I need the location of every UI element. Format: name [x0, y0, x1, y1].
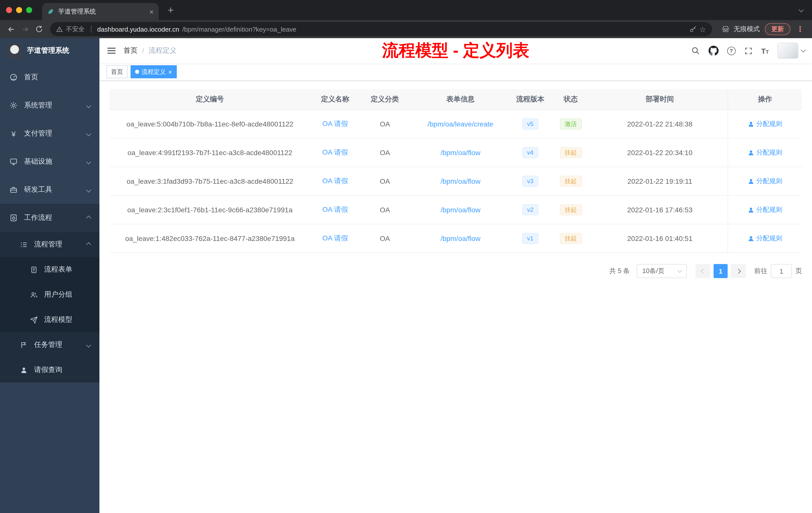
sidebar-item-leave-query[interactable]: 请假查询: [0, 357, 99, 383]
definition-id-cell: oa_leave:2:3c1f0ef1-76b1-11ec-9c66-a2380…: [110, 196, 310, 224]
security-label[interactable]: 不安全: [66, 25, 85, 33]
sidebar-item-system[interactable]: 系统管理: [0, 91, 99, 119]
chevron-down-icon: [86, 131, 91, 136]
goto-page-input[interactable]: [771, 264, 792, 278]
tab-close-icon[interactable]: ×: [149, 8, 154, 15]
definition-name-link[interactable]: OA 请假: [322, 234, 348, 243]
user-avatar-menu[interactable]: [777, 43, 805, 59]
assign-rule-link[interactable]: 分配规则: [748, 234, 782, 243]
bookmark-star-icon[interactable]: ☆: [699, 25, 706, 33]
goto-page-group: 前往 页: [754, 264, 802, 278]
column-header: 定义编号: [110, 89, 310, 110]
tab-title: 芋道管理系统: [58, 7, 145, 16]
column-header: 部署时间: [592, 89, 728, 110]
window-close-button[interactable]: [6, 7, 12, 13]
sidebar-item-workflow[interactable]: 工作流程: [0, 204, 99, 232]
new-tab-button[interactable]: +: [164, 3, 178, 17]
paper-plane-icon: [29, 316, 38, 324]
prev-page-button[interactable]: [696, 264, 710, 278]
pagination: 共 5 条 10条/页 1 前往 页: [110, 264, 802, 278]
table-header-row: 定义编号 定义名称 定义分类 表单信息 流程版本 状态 部署时间 操作: [110, 89, 802, 110]
users-icon: [29, 291, 38, 298]
address-bar[interactable]: 不安全 dashboard.yudao.iocoder.cn/bpm/manag…: [50, 22, 712, 36]
category-cell: OA: [360, 167, 410, 195]
sidebar-item-label: 工作流程: [24, 213, 52, 222]
definition-name-link[interactable]: OA 请假: [322, 148, 348, 157]
form-link[interactable]: /bpm/oa/flow: [441, 149, 481, 157]
forward-button[interactable]: [18, 22, 32, 36]
update-button[interactable]: 更新: [765, 23, 790, 35]
form-link[interactable]: /bpm/oa/flow: [441, 177, 481, 185]
monitor-icon: [9, 158, 18, 165]
definition-name-link[interactable]: OA 请假: [322, 177, 348, 186]
column-header: 定义名称: [310, 89, 360, 110]
page-size-select[interactable]: 10条/页: [637, 264, 687, 278]
sidebar-item-infra[interactable]: 基础设施: [0, 148, 99, 176]
font-size-icon[interactable]: TT: [761, 47, 769, 55]
assign-rule-link[interactable]: 分配规则: [748, 119, 782, 128]
window-minimize-button[interactable]: [16, 7, 22, 13]
breadcrumb-home-link[interactable]: 首页: [123, 46, 138, 55]
next-page-button[interactable]: [731, 264, 746, 278]
sidebar-item-label: 首页: [24, 73, 38, 82]
back-button[interactable]: [4, 22, 18, 36]
browser-tab-strip: 芋道管理系统 × +: [0, 0, 812, 20]
sidebar-item-process-model[interactable]: 流程模型: [0, 307, 99, 332]
app-logo: [7, 43, 22, 58]
assign-rule-link[interactable]: 分配规则: [748, 177, 782, 186]
fullscreen-icon[interactable]: [744, 47, 753, 55]
deploy-time-cell: 2022-01-16 01:40:51: [592, 224, 728, 252]
sidebar-item-task-management[interactable]: 任务管理: [0, 332, 99, 357]
github-icon[interactable]: [708, 46, 718, 56]
browser-toolbar: 不安全 dashboard.yudao.iocoder.cn/bpm/manag…: [0, 20, 812, 38]
search-icon[interactable]: [691, 46, 700, 55]
definition-id-cell: oa_leave:1:482ec033-762a-11ec-8477-a2380…: [110, 224, 310, 252]
tag-process-definition[interactable]: 流程定义 ×: [130, 65, 176, 78]
breadcrumb-current: 流程定义: [149, 46, 177, 55]
assign-rule-link[interactable]: 分配规则: [748, 148, 782, 157]
sidebar-item-devtools[interactable]: 研发工具: [0, 176, 99, 204]
table-row: oa_leave:3:1fad3d93-7b75-11ec-a3c8-acde4…: [110, 167, 802, 196]
sidebar-item-user-group[interactable]: 用户分组: [0, 282, 99, 307]
browser-menu-icon[interactable]: ⋮: [796, 25, 804, 34]
table-row: oa_leave:5:004b710b-7b8a-11ec-8ef0-acde4…: [110, 110, 802, 139]
person-icon: [748, 178, 754, 184]
url-path: /bpm/manager/definition?key=oa_leave: [182, 25, 296, 33]
tag-close-icon[interactable]: ×: [168, 68, 172, 75]
sidebar-item-process-management[interactable]: 流程管理: [0, 232, 99, 257]
form-link[interactable]: /bpm/oa/flow: [441, 234, 481, 242]
chevron-up-icon: [86, 215, 91, 220]
tab-search-chevron-icon[interactable]: [800, 4, 803, 13]
sidebar-item-home[interactable]: 首页: [0, 63, 99, 91]
reload-button[interactable]: [32, 22, 46, 36]
form-link[interactable]: /bpm/oa/flow: [441, 206, 481, 214]
version-badge: v4: [522, 147, 538, 158]
column-header: 定义分类: [360, 89, 410, 110]
deploy-time-cell: 2022-01-22 19:19:11: [592, 167, 728, 195]
incognito-label: 无痕模式: [734, 25, 760, 34]
window-maximize-button[interactable]: [26, 7, 32, 13]
goto-label: 前往: [754, 267, 767, 276]
sidebar-collapse-button[interactable]: [99, 48, 123, 54]
definition-name-link[interactable]: OA 请假: [322, 205, 348, 214]
form-link[interactable]: /bpm/oa/leave/create: [428, 120, 493, 128]
assign-rule-link[interactable]: 分配规则: [748, 205, 782, 214]
list-icon: [19, 241, 28, 248]
definition-name-link[interactable]: OA 请假: [322, 119, 348, 128]
status-badge: 挂起: [560, 147, 582, 158]
definition-id-cell: oa_leave:3:1fad3d93-7b75-11ec-a3c8-acde4…: [110, 167, 310, 195]
sidebar-item-label: 请假查询: [34, 365, 62, 374]
tag-label: 首页: [111, 67, 123, 76]
definition-table: 定义编号 定义名称 定义分类 表单信息 流程版本 状态 部署时间 操作 oa_l…: [110, 89, 802, 253]
tag-home[interactable]: 首页: [107, 65, 127, 78]
url-host: dashboard.yudao.iocoder.cn: [97, 25, 179, 33]
sidebar-logo-row[interactable]: 芋道管理系统: [0, 38, 99, 63]
table-row: oa_leave:1:482ec033-762a-11ec-8477-a2380…: [110, 224, 802, 253]
sidebar-item-payment[interactable]: ¥ 支付管理: [0, 119, 99, 148]
page-number-button[interactable]: 1: [714, 264, 728, 278]
browser-tab[interactable]: 芋道管理系统 ×: [42, 3, 159, 20]
person-icon: [748, 235, 754, 242]
sidebar-item-process-form[interactable]: 流程表单: [0, 257, 99, 282]
help-icon[interactable]: ?: [727, 47, 735, 55]
password-key-icon[interactable]: [689, 25, 696, 33]
